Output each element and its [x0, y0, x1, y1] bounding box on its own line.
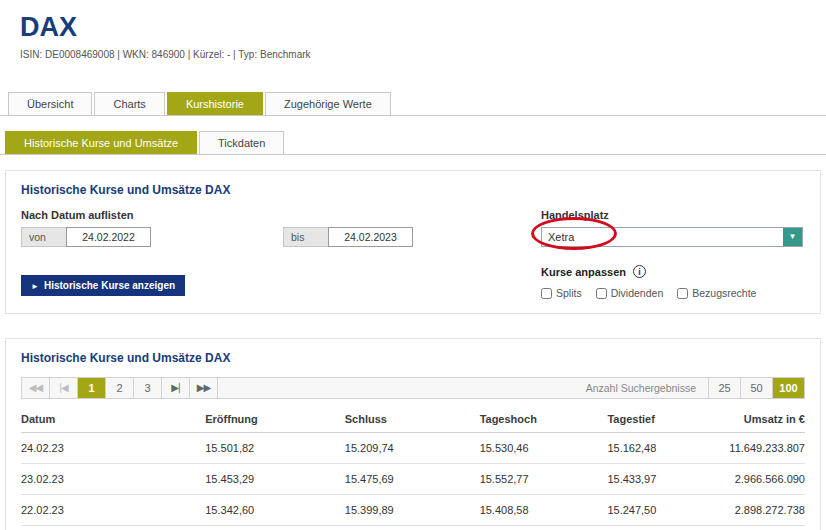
col-umsatz: Umsatz in €	[717, 407, 805, 433]
page-size-25[interactable]: 25	[708, 378, 740, 398]
cell-umsatz: 2.673.197.705	[717, 526, 805, 530]
cell-tageshoch: 15.530,46	[480, 433, 608, 464]
chevron-down-icon[interactable]: ▼	[783, 228, 802, 246]
subtab-tickdaten[interactable]: Tickdaten	[199, 131, 284, 154]
results-panel: Historische Kurse und Umsätze DAX ◀◀ |◀ …	[5, 338, 821, 530]
show-historic-prices-button[interactable]: ►Historische Kurse anzeigen	[21, 275, 185, 296]
pager-spacer	[218, 378, 574, 398]
bezugsrechte-label: Bezugsrechte	[692, 287, 756, 299]
adjustment-checkboxes: Splits Dividenden Bezugsrechte	[541, 287, 805, 299]
cell-schluss: 15.209,74	[345, 433, 480, 464]
splits-checkbox-input[interactable]	[541, 288, 552, 299]
handelsplatz-label: Handelsplatz	[541, 209, 805, 221]
cell-schluss: 15.475,69	[345, 464, 480, 495]
cell-datum: 21.02.23	[21, 526, 205, 530]
to-date-label: bis	[283, 227, 328, 247]
pagination-bar: ◀◀ |◀ 1 2 3 ▶| ▶▶ Anzahl Suchergebnisse …	[21, 377, 805, 399]
handelsplatz-selected-value: Xetra	[542, 228, 783, 246]
main-tab-bar: Übersicht Charts Kurshistorie Zugehörige…	[0, 92, 826, 116]
col-datum: Datum	[21, 407, 205, 433]
cell-schluss: 15.399,89	[345, 495, 480, 526]
pager-page-3[interactable]: 3	[134, 378, 162, 398]
from-date-label: von	[21, 227, 66, 247]
cell-tagestief: 15.286,71	[607, 526, 717, 530]
dividenden-label: Dividenden	[611, 287, 664, 299]
col-schluss: Schluss	[345, 407, 480, 433]
cell-eroeffnung: 15.342,60	[205, 495, 345, 526]
handelsplatz-select[interactable]: Xetra ▼	[541, 227, 803, 247]
cell-tageshoch: 15.552,77	[480, 464, 608, 495]
splits-label: Splits	[556, 287, 582, 299]
cell-umsatz: 2.966.566.090	[717, 464, 805, 495]
show-historic-prices-label: Historische Kurse anzeigen	[44, 280, 175, 291]
page-size-100[interactable]: 100	[772, 378, 804, 398]
sub-tab-bar: Historische Kurse und Umsätze Tickdaten	[0, 131, 826, 155]
from-date-input[interactable]	[66, 227, 151, 247]
dividenden-checkbox-input[interactable]	[596, 288, 607, 299]
pager-page-1[interactable]: 1	[78, 378, 106, 398]
filter-panel-heading: Historische Kurse und Umsätze DAX	[21, 183, 805, 197]
table-header-row: Datum Eröffnung Schluss Tageshoch Tagest…	[21, 407, 805, 433]
checkbox-splits[interactable]: Splits	[541, 287, 582, 299]
subtab-historische-kurse[interactable]: Historische Kurse und Umsätze	[5, 131, 197, 154]
instrument-header: DAX ISIN: DE0008469008 | WKN: 846900 | K…	[0, 0, 826, 60]
cell-tagestief: 15.247,50	[607, 495, 717, 526]
cell-umsatz: 11.649.233.807	[717, 433, 805, 464]
pager-back-button[interactable]: |◀	[50, 378, 78, 398]
table-row: 23.02.23 15.453,29 15.475,69 15.552,77 1…	[21, 464, 805, 495]
cell-datum: 24.02.23	[21, 433, 205, 464]
cell-datum: 23.02.23	[21, 464, 205, 495]
kurse-anpassen-label: Kurse anpassen	[541, 266, 626, 278]
play-icon: ►	[31, 282, 39, 291]
page: DAX ISIN: DE0008469008 | WKN: 846900 | K…	[0, 0, 826, 530]
tab-uebersicht[interactable]: Übersicht	[8, 92, 92, 115]
historic-prices-table: Datum Eröffnung Schluss Tageshoch Tagest…	[21, 407, 805, 530]
cell-datum: 22.02.23	[21, 495, 205, 526]
results-panel-heading: Historische Kurse und Umsätze DAX	[21, 351, 805, 365]
tab-zugehoerige-werte[interactable]: Zugehörige Werte	[265, 92, 391, 115]
cell-tageshoch: 15.408,58	[480, 495, 608, 526]
info-icon[interactable]: i	[633, 265, 646, 278]
page-size-50[interactable]: 50	[740, 378, 772, 398]
table-row: 24.02.23 15.501,82 15.209,74 15.530,46 1…	[21, 433, 805, 464]
pager-page-2[interactable]: 2	[106, 378, 134, 398]
col-tageshoch: Tageshoch	[480, 407, 608, 433]
pager-fast-forward-button[interactable]: ▶▶	[190, 378, 218, 398]
to-date-input[interactable]	[328, 227, 413, 247]
tab-charts[interactable]: Charts	[94, 92, 164, 115]
pager-fast-back-button[interactable]: ◀◀	[22, 378, 50, 398]
table-row: 22.02.23 15.342,60 15.399,89 15.408,58 1…	[21, 495, 805, 526]
col-eroeffnung: Eröffnung	[205, 407, 345, 433]
checkbox-dividenden[interactable]: Dividenden	[596, 287, 664, 299]
checkbox-bezugsrechte[interactable]: Bezugsrechte	[677, 287, 756, 299]
pager-forward-button[interactable]: ▶|	[162, 378, 190, 398]
filter-panel: Historische Kurse und Umsätze DAX Nach D…	[5, 170, 821, 314]
cell-umsatz: 2.898.272.738	[717, 495, 805, 526]
cell-eroeffnung: 15.453,29	[205, 464, 345, 495]
cell-schluss: 15.397,62	[345, 526, 480, 530]
instrument-meta: ISIN: DE0008469008 | WKN: 846900 | Kürze…	[20, 49, 806, 60]
cell-eroeffnung: 15.450,62	[205, 526, 345, 530]
cell-tageshoch: 15.470,52	[480, 526, 608, 530]
table-row: 21.02.23 15.450,62 15.397,62 15.470,52 1…	[21, 526, 805, 530]
cell-eroeffnung: 15.501,82	[205, 433, 345, 464]
cell-tagestief: 15.433,97	[607, 464, 717, 495]
cell-tagestief: 15.162,48	[607, 433, 717, 464]
bezugsrechte-checkbox-input[interactable]	[677, 288, 688, 299]
page-title: DAX	[20, 12, 806, 42]
col-tagestief: Tagestief	[607, 407, 717, 433]
date-filter-label: Nach Datum auflisten	[21, 209, 541, 221]
tab-kurshistorie[interactable]: Kurshistorie	[167, 92, 263, 115]
results-count-label: Anzahl Suchergebnisse	[574, 378, 708, 398]
